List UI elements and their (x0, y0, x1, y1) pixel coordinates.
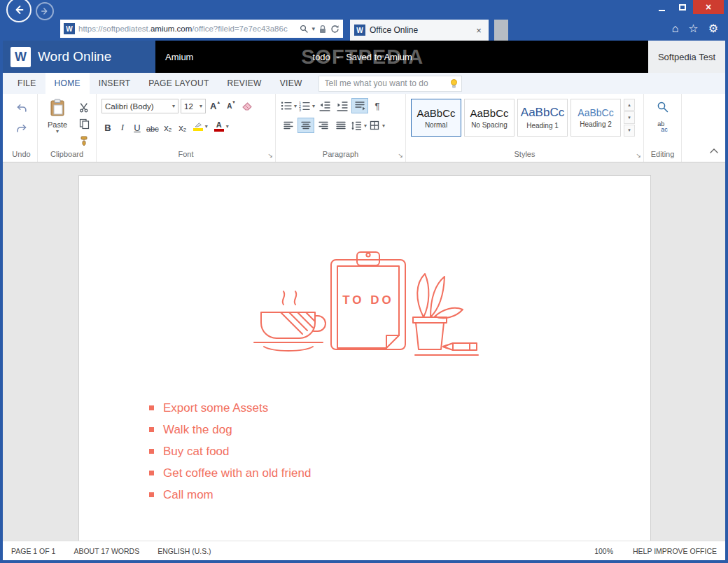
todo-item[interactable]: Export some Assets (149, 397, 311, 419)
favorites-star-icon[interactable]: ☆ (688, 23, 698, 34)
undo-icon (16, 103, 27, 113)
redo-button[interactable] (15, 121, 29, 135)
text-direction-ltr-button[interactable] (352, 99, 368, 113)
account-name[interactable]: Softpedia Test (648, 41, 725, 73)
browser-tab-office-online[interactable]: W Office Online × (350, 20, 489, 41)
undo-button[interactable] (15, 101, 29, 115)
address-bar[interactable]: W https://softpediatest.amium.com/office… (60, 20, 343, 38)
show-formatting-marks-button[interactable]: ¶ (370, 99, 385, 113)
save-status[interactable]: Saved to Amium (346, 52, 412, 62)
paragraph-dialog-launcher-icon[interactable]: ↘ (398, 152, 403, 159)
numbered-list-button[interactable]: 123▾ (299, 99, 315, 113)
word-logo-icon: W (10, 47, 31, 67)
list-bullet-icon (149, 492, 154, 497)
style-no-spacing[interactable]: AaBbCc No Spacing (464, 99, 514, 137)
styles-dialog-launcher-icon[interactable]: ↘ (636, 152, 641, 159)
tab-review[interactable]: REVIEW (218, 73, 271, 94)
search-icon[interactable] (300, 25, 308, 33)
borders-button[interactable]: ▾ (369, 118, 385, 132)
word-online-brand: W Word Online (3, 41, 155, 73)
list-bullet-icon (149, 405, 154, 410)
font-color-icon: A (214, 121, 224, 132)
tab-file[interactable]: FILE (8, 73, 46, 94)
minimize-button[interactable] (651, 0, 672, 14)
tab-view[interactable]: VIEW (271, 73, 312, 94)
tab-page-layout[interactable]: PAGE LAYOUT (139, 73, 218, 94)
status-page-count[interactable]: PAGE 1 OF 1 (11, 547, 55, 555)
status-language[interactable]: ENGLISH (U.S.) (158, 547, 211, 555)
todo-item[interactable]: Buy cat food (149, 440, 311, 462)
todo-text: Walk the dog (163, 423, 232, 437)
status-zoom[interactable]: 100% (594, 547, 613, 555)
status-bar: PAGE 1 OF 1 ABOUT 17 WORDS ENGLISH (U.S.… (3, 541, 725, 560)
align-left-button[interactable] (281, 118, 296, 132)
grow-font-arrow-icon: ▴ (217, 99, 220, 105)
close-button[interactable]: × (693, 0, 724, 14)
copy-button[interactable] (77, 117, 91, 131)
styles-scroll-up-icon[interactable]: ▴ (624, 99, 635, 111)
shrink-font-letter: A (227, 102, 232, 110)
justify-button[interactable] (333, 118, 349, 132)
collapse-ribbon-button[interactable] (710, 144, 718, 156)
font-color-button[interactable]: A ▾ (212, 119, 231, 133)
lightbulb-icon (449, 78, 458, 91)
security-lock-icon[interactable] (318, 25, 327, 34)
strikethrough-button[interactable]: abc (146, 119, 160, 133)
align-right-button[interactable] (316, 118, 331, 132)
line-spacing-button[interactable]: ▾ (351, 118, 367, 132)
italic-button[interactable]: I (116, 119, 129, 133)
search-options-caret-icon[interactable]: ▾ (312, 25, 315, 32)
cut-button[interactable] (77, 100, 91, 114)
editing-group: abac Editing (644, 94, 682, 162)
settings-gear-icon[interactable]: ⚙ (708, 23, 718, 34)
maximize-button[interactable] (672, 0, 693, 14)
format-painter-button[interactable] (77, 134, 91, 148)
workspace-name[interactable]: Amium (165, 52, 193, 62)
replace-button[interactable]: abac (656, 120, 670, 134)
increase-indent-button[interactable] (335, 99, 350, 113)
tab-home[interactable]: HOME (46, 73, 90, 94)
tab-close-icon[interactable]: × (473, 25, 484, 36)
bullet-list-button[interactable]: ▾ (281, 99, 297, 113)
document-page[interactable]: TO DO Export some Assets Walk the dog Bu… (78, 175, 651, 541)
style-heading-1[interactable]: AaBbCc Heading 1 (517, 99, 568, 137)
todo-item[interactable]: Call mom (149, 484, 311, 506)
align-center-button[interactable] (298, 118, 314, 132)
font-name-select[interactable]: Calibri (Body) ▾ (102, 99, 178, 113)
maximize-icon (679, 4, 686, 11)
numbered-list-caret-icon: ▾ (312, 103, 315, 109)
editing-group-label: Editing (644, 150, 681, 158)
new-tab-stub[interactable] (494, 20, 508, 41)
style-normal[interactable]: AaBbCc Normal (411, 99, 461, 137)
grow-font-button[interactable]: A▴ (208, 99, 222, 113)
status-help-improve[interactable]: HELP IMPROVE OFFICE (633, 547, 717, 555)
tab-insert[interactable]: INSERT (90, 73, 140, 94)
shrink-font-button[interactable]: A▾ (224, 99, 238, 113)
underline-button[interactable]: U (131, 119, 144, 133)
style-heading-2[interactable]: AaBbCc Heading 2 (570, 99, 621, 137)
subscript-button[interactable]: x2 (162, 119, 174, 133)
clear-formatting-button[interactable] (240, 99, 254, 113)
bold-button[interactable]: B (102, 119, 114, 133)
paste-button[interactable]: Paste ▾ (43, 99, 72, 148)
home-icon[interactable]: ⌂ (672, 23, 679, 34)
copy-icon (79, 118, 90, 130)
font-dialog-launcher-icon[interactable]: ↘ (267, 152, 273, 159)
todo-item[interactable]: Walk the dog (149, 419, 311, 440)
styles-group: AaBbCc Normal AaBbCc No Spacing AaBbCc H… (406, 94, 644, 162)
styles-scroll-down-icon[interactable]: ▾ (624, 111, 635, 123)
status-word-count[interactable]: ABOUT 17 WORDS (74, 547, 139, 555)
refresh-icon[interactable] (330, 25, 340, 34)
highlight-color-button[interactable]: ▾ (191, 119, 210, 133)
decrease-indent-button[interactable] (317, 99, 332, 113)
title-separator: - (337, 52, 340, 62)
font-size-select[interactable]: 12 ▾ (181, 99, 206, 113)
superscript-button[interactable]: x2 (176, 119, 189, 133)
ribbon-spacer (682, 94, 725, 162)
document-title[interactable]: todo (313, 52, 330, 62)
styles-gallery-more-icon[interactable]: ▾ (624, 125, 635, 137)
replace-to: ac (661, 127, 668, 132)
todo-item[interactable]: Get coffee with an old friend (149, 462, 311, 484)
tell-me-input[interactable] (318, 76, 462, 92)
find-button[interactable] (656, 100, 670, 114)
